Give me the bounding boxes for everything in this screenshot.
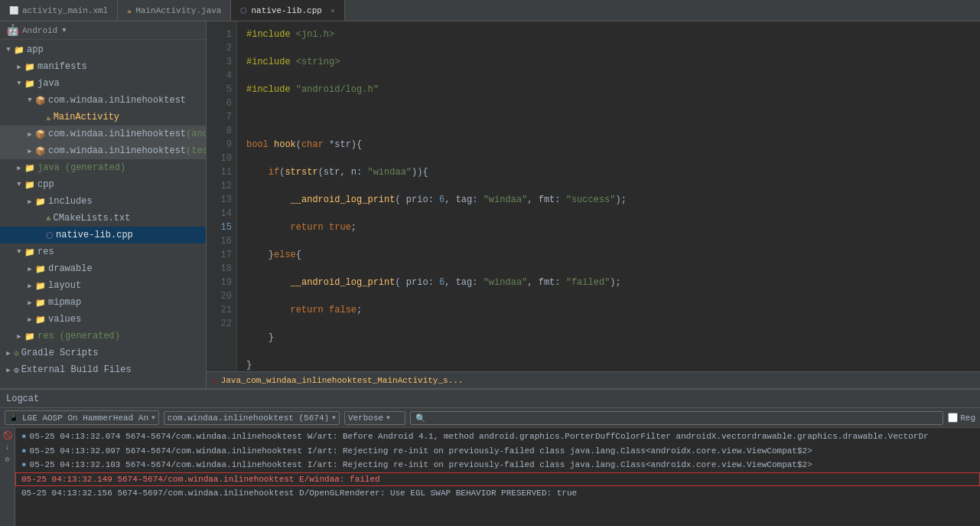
android-icon: 🤖	[6, 24, 19, 37]
log-line: 05-25 04:13:32.156 5674-5697/com.windaa.…	[15, 486, 980, 501]
logcat-toolbar: 📱 LGE AOSP On HammerHead An ▼ com.windaa…	[0, 408, 980, 428]
device-dropdown[interactable]: 📱 LGE AOSP On HammerHead An ▼	[5, 410, 159, 425]
sidebar-title: Android	[22, 26, 57, 35]
breadcrumb-bar: ⚠ Java_com_windaa_inlinehooktest_MainAct…	[207, 371, 980, 388]
expand-icon: ▼	[14, 181, 24, 188]
editor-area: 12345 678910 11121314 15 1617181920 2122…	[207, 21, 980, 388]
close-icon[interactable]: ✕	[330, 6, 335, 15]
tree-label-drawable: drawable	[48, 263, 93, 274]
package-dropdown[interactable]: com.windaa.inlinehooktest (5674) ▼	[164, 411, 340, 425]
tree-item-main-activity[interactable]: ☕ MainActivity	[0, 109, 206, 126]
logcat-side-icons: 🚫 ↓ ⊙	[0, 428, 15, 526]
code-editor[interactable]: #include <jni.h> #include <string> #incl…	[237, 21, 980, 371]
code-view: 12345 678910 11121314 15 1617181920 2122…	[207, 21, 980, 371]
gradle-icon: ⚙	[14, 348, 19, 358]
expand-icon: ▶	[24, 130, 35, 139]
tree-label-layout: layout	[48, 280, 81, 291]
regex-label: Reg	[960, 413, 975, 423]
tab-bar: ⬜ activity_main.xml ☕ MainActivity.java …	[0, 0, 980, 21]
folder-icon: 📁	[35, 264, 46, 274]
tree-item-layout[interactable]: ▶ 📁 layout	[0, 277, 206, 294]
tree-item-package-main[interactable]: ▼ 📦 com.windaa.inlinehooktest	[0, 92, 206, 109]
verbose-dropdown[interactable]: Verbose ▼	[344, 411, 405, 425]
folder-icon: 📁	[24, 79, 35, 89]
expand-icon: ▶	[24, 147, 35, 155]
tab-xml[interactable]: ⬜ activity_main.xml	[0, 0, 118, 21]
cpp-icon: ⬡	[240, 6, 247, 15]
sidebar: 🤖 Android ▼ ▼ 📁 app ▶ 📁 manifests ▼ 📁 ja…	[0, 21, 207, 388]
log-text-3: 05-25 04:13:32.103 5674-5674/com.windaa.…	[30, 459, 812, 472]
tree-label-java: java	[37, 78, 60, 89]
tree-label-gradle: Gradle Scripts	[21, 348, 99, 358]
tab-cpp[interactable]: ⬡ native-lib.cpp ✕	[231, 0, 344, 21]
tree-item-includes[interactable]: ▶ 📁 includes	[0, 193, 206, 210]
tree-label-java-generated: java (generated)	[37, 162, 125, 173]
tree-label-values: values	[48, 314, 81, 325]
tree-item-external-build[interactable]: ▶ ⚙ External Build Files	[0, 361, 206, 378]
clear-icon[interactable]: 🚫	[2, 431, 13, 440]
package-icon: 📦	[35, 96, 46, 106]
log-text-1: 05-25 04:13:32.074 5674-5674/com.windaa.…	[30, 430, 929, 443]
tree-label-package-androidtest: com.windaa.inlinehooktest	[48, 129, 186, 139]
package-icon: 📦	[35, 146, 46, 156]
tree-item-package-test[interactable]: ▶ 📦 com.windaa.inlinehooktest (test)	[0, 142, 206, 159]
sidebar-header: 🤖 Android ▼	[0, 21, 206, 40]
log-bullet-icon: ●	[21, 445, 27, 458]
logcat-content-area: 🚫 ↓ ⊙ ● 05-25 04:13:32.074 5674-5674/com…	[0, 428, 980, 526]
tree-item-gradle[interactable]: ▶ ⚙ Gradle Scripts	[0, 345, 206, 361]
log-line: ● 05-25 04:13:32.074 5674-5674/com.winda…	[15, 430, 980, 444]
tree-label-cpp: cpp	[37, 179, 54, 190]
tree-item-mipmap[interactable]: ▶ 📁 mipmap	[0, 294, 206, 311]
tab-java-label: MainActivity.java	[135, 6, 221, 15]
verbose-label: Verbose	[348, 413, 383, 423]
tree-item-res-generated[interactable]: ▶ 📁 res (generated)	[0, 328, 206, 345]
main-area: 🤖 Android ▼ ▼ 📁 app ▶ 📁 manifests ▼ 📁 ja…	[0, 21, 980, 388]
expand-icon: ▼	[24, 96, 35, 104]
scroll-icon[interactable]: ↓	[2, 443, 13, 452]
expand-icon: ▶	[14, 164, 24, 172]
tab-java[interactable]: ☕ MainActivity.java	[118, 0, 231, 21]
tree-item-cmake[interactable]: ▲ CMakeLists.txt	[0, 210, 206, 227]
java-icon: ☕	[127, 6, 132, 15]
folder-icon: 📁	[24, 180, 35, 190]
log-bullet-icon: ●	[21, 459, 27, 472]
log-text-5: 05-25 04:13:32.156 5674-5697/com.windaa.…	[21, 487, 577, 500]
tab-xml-label: activity_main.xml	[22, 6, 108, 15]
tree-item-values[interactable]: ▶ 📁 values	[0, 311, 206, 328]
folder-icon: 📁	[35, 197, 46, 207]
tree-item-package-androidtest[interactable]: ▶ 📦 com.windaa.inlinehooktest (androidTe…	[0, 126, 206, 142]
log-line: ● 05-25 04:13:32.097 5674-5674/com.winda…	[15, 444, 980, 459]
expand-icon: ▶	[3, 349, 14, 358]
folder-icon: 📁	[24, 163, 35, 173]
expand-icon: ▶	[24, 198, 35, 206]
folder-icon: 📁	[24, 247, 35, 257]
tree-label-external-build: External Build Files	[21, 364, 132, 375]
tree-item-drawable[interactable]: ▶ 📁 drawable	[0, 260, 206, 277]
tree-item-native-lib[interactable]: ⬡ native-lib.cpp	[0, 227, 206, 243]
regex-checkbox[interactable]	[948, 413, 958, 423]
external-icon: ⚙	[14, 365, 19, 375]
logcat-search-input[interactable]	[410, 411, 943, 425]
tree-item-res[interactable]: ▼ 📁 res	[0, 243, 206, 260]
tree-item-manifests[interactable]: ▶ 📁 manifests	[0, 58, 206, 75]
logcat-title: Logcat	[6, 394, 39, 404]
expand-icon: ▶	[24, 299, 35, 307]
folder-icon: 📁	[14, 45, 24, 55]
logcat-output: ● 05-25 04:13:32.074 5674-5674/com.winda…	[15, 428, 980, 526]
logcat-panel: Logcat 📱 LGE AOSP On HammerHead An ▼ com…	[0, 388, 980, 526]
filter-icon[interactable]: ⊙	[2, 455, 13, 464]
tree-label-suffix-androidtest: (androidTest)	[186, 129, 207, 139]
regex-checkbox-label[interactable]: Reg	[948, 413, 975, 423]
tree-label-app: app	[27, 44, 44, 55]
tree-item-app[interactable]: ▼ 📁 app	[0, 41, 206, 58]
tree-label-package-main: com.windaa.inlinehooktest	[48, 95, 186, 106]
device-label: LGE AOSP On HammerHead An	[22, 413, 148, 423]
folder-icon: 📁	[35, 281, 46, 291]
logcat-header: Logcat	[0, 390, 980, 408]
tree-item-cpp[interactable]: ▼ 📁 cpp	[0, 176, 206, 193]
log-bullet-icon: ●	[21, 430, 27, 443]
package-icon: 📦	[35, 129, 46, 139]
tree-label-main-activity: MainActivity	[54, 112, 119, 123]
tree-item-java-generated[interactable]: ▶ 📁 java (generated)	[0, 159, 206, 176]
tree-item-java[interactable]: ▼ 📁 java	[0, 75, 206, 92]
